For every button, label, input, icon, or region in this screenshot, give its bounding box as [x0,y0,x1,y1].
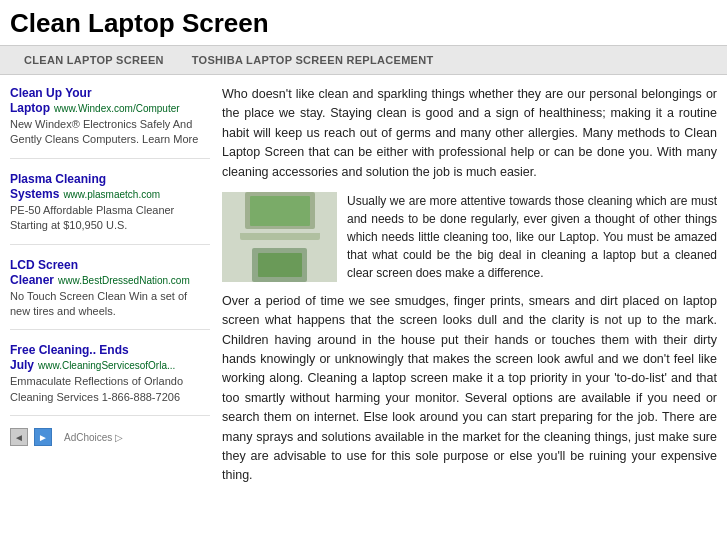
image-section: Usually we are more attentive towards th… [222,192,717,282]
ad-navigation: ◄ ► AdChoices ▷ [10,428,210,446]
ad-item-1: Clean Up Your Laptopwww.Windex.com/Compu… [10,85,210,159]
article-body: Over a period of time we see smudges, fi… [222,292,717,486]
ad-title-2[interactable]: Plasma Cleaning Systemswww.plasmaetch.co… [10,171,210,201]
laptop-screen-2 [258,253,302,277]
ad-item-4: Free Cleaning.. Ends Julywww.CleaningSer… [10,342,210,416]
ad-desc-1: New Windex® Electronics Safely And Gentl… [10,117,210,148]
ad-desc-3: No Touch Screen Clean Win a set of new t… [10,289,210,320]
ad-title-3[interactable]: LCD Screen Cleanerwww.BestDressedNation.… [10,257,210,287]
main-content: Clean Up Your Laptopwww.Windex.com/Compu… [0,75,727,496]
nav-item-toshiba[interactable]: TOSHIBA LAPTOP SCREEN REPLACEMENT [178,46,448,74]
nav-bar: CLEAN LAPTOP SCREEN TOSHIBA LAPTOP SCREE… [0,46,727,75]
ad-prev-button[interactable]: ◄ [10,428,28,446]
article-column: Who doesn't like clean and sparkling thi… [222,85,717,486]
laptop-graphic-2 [252,248,307,282]
ad-desc-2: PE-50 Affordable Plasma Cleaner Starting… [10,203,210,234]
ad-choices-label: AdChoices ▷ [64,432,123,443]
laptop-graphic-1 [245,192,315,229]
article-image-text: Usually we are more attentive towards th… [347,192,717,282]
laptop-base-1 [240,233,320,240]
ad-title-4[interactable]: Free Cleaning.. Ends Julywww.CleaningSer… [10,342,210,372]
ad-title-1[interactable]: Clean Up Your Laptopwww.Windex.com/Compu… [10,85,210,115]
article-intro: Who doesn't like clean and sparkling thi… [222,85,717,182]
page-title: Clean Laptop Screen [10,8,717,39]
ad-next-button[interactable]: ► [34,428,52,446]
ad-item-3: LCD Screen Cleanerwww.BestDressedNation.… [10,257,210,331]
laptop-screen-1 [250,196,310,226]
nav-item-clean[interactable]: CLEAN LAPTOP SCREEN [10,46,178,74]
laptop-image [222,192,337,282]
ad-column: Clean Up Your Laptopwww.Windex.com/Compu… [10,85,210,486]
page-header: Clean Laptop Screen [0,0,727,46]
ad-item-2: Plasma Cleaning Systemswww.plasmaetch.co… [10,171,210,245]
ad-desc-4: Emmaculate Reflections of Orlando Cleani… [10,374,210,405]
